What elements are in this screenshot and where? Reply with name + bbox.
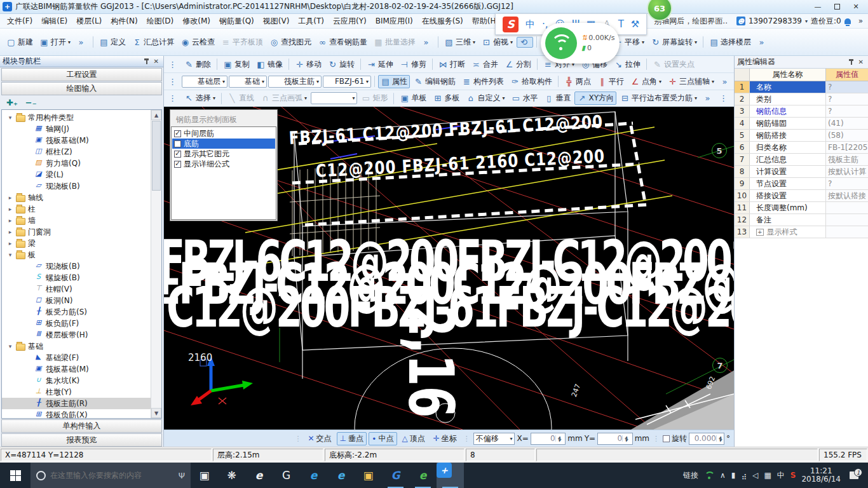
account-area[interactable]: ☻ 13907298339 ▾ 造价豆:0 <box>736 16 851 27</box>
drawing-canvas[interactable]: FBZJ-6C12@200FBZJ-C12@2001000±FBZJ-C12@2… <box>164 107 734 430</box>
trim-button[interactable]: ⊣ 修剪 ▾ <box>397 58 429 71</box>
category-combo[interactable]: 基础 ▾ <box>229 76 267 88</box>
rotate-input[interactable]: ▲▼ <box>689 433 724 445</box>
tree-expander-icon[interactable]: ▸ <box>7 217 13 224</box>
x-offset-field[interactable] <box>531 434 555 443</box>
x-spinner-icons[interactable]: ▲▼ <box>555 435 563 442</box>
menu-item[interactable]: 修改(M) <box>178 15 215 28</box>
toolbar-overflow-4[interactable]: » ▾ <box>718 77 733 86</box>
copy-button[interactable]: ▣ 复制 ▾ <box>220 58 252 71</box>
property-value-cell[interactable]: ? <box>826 105 868 117</box>
property-value-cell[interactable]: ? <box>826 93 868 105</box>
summary-calc-button[interactable]: Σ 汇总计算 ▾ <box>130 36 177 49</box>
new-button[interactable]: ▢ 新建 ▾ <box>4 36 36 49</box>
horizontal-button[interactable]: ▭ 水平 ▾ <box>508 92 540 105</box>
bell-icon[interactable] <box>844 18 851 24</box>
orbit-button[interactable]: ⟲ ▾ <box>517 37 533 48</box>
tree-axis-grid[interactable]: ▦ 轴网(J) <box>2 123 161 135</box>
element-name-combo[interactable]: FBZJ-61 ▾ <box>323 76 371 88</box>
tree-slab-negative-rebar[interactable]: ⊞ 板负筋(F) <box>2 318 161 329</box>
tree-folder-opening[interactable]: ▸ 门窗洞 <box>2 226 161 238</box>
property-close-icon[interactable]: ✕ <box>857 58 865 65</box>
prop-row-class-name[interactable]: 6 归类名称 FB-1[22057 <box>735 142 868 154</box>
check-bottom-rebar[interactable]: 底筋 <box>172 139 275 149</box>
align-slab-top-button[interactable]: ≡ 平齐板顶 ▾ <box>219 36 266 49</box>
network-icon[interactable]: ⣴ <box>741 471 747 480</box>
tree-column-cap[interactable]: ⊤ 柱帽(V) <box>2 283 161 295</box>
tree-raft-negative-rebar[interactable]: ⊞ 筏板负筋(X) <box>2 409 161 419</box>
tree-common-types[interactable]: ▾ 常用构件类型 <box>2 112 161 123</box>
select-floor-button[interactable]: ▤ 选择楼层 ▾ <box>707 36 754 49</box>
tree-scrollbar[interactable]: ▲ ▼ <box>151 110 161 418</box>
minimize-button[interactable]: — <box>808 1 827 13</box>
arc-value-combo[interactable]: ▾ <box>311 92 357 104</box>
tree-expander-icon[interactable]: ▸ <box>7 229 13 235</box>
rotate-button[interactable]: ↻ 旋转 ▾ <box>325 58 357 71</box>
property-value-cell[interactable] <box>826 214 868 226</box>
check-show-other-elements[interactable]: 显示其它图元 <box>172 149 275 159</box>
edit-rebar-button[interactable]: ✎ 编辑钢筋 ▾ <box>411 75 458 88</box>
floor-combo[interactable]: 基础层 ▾ <box>182 76 227 88</box>
tree-cast-slab[interactable]: ▱ 现浇板(B) <box>2 180 161 192</box>
line-button[interactable]: ╲ 直线 ▾ <box>225 92 257 105</box>
three-point-arc-button[interactable]: ∩ 三点画弧 ▾ <box>258 92 309 105</box>
edge-icon[interactable]: e <box>300 463 327 488</box>
collapse-all-icon[interactable]: −₋ <box>25 98 37 107</box>
taskbar-clock[interactable]: 11:21 2018/6/14 <box>801 467 841 484</box>
wifi-speed-overlay[interactable]: ⇅0.00K/s ▮0 <box>541 23 620 64</box>
mirror-button[interactable]: ◧ 镜像 ▾ <box>254 58 285 71</box>
tree-slab-main-rebar[interactable]: ╂ 板受力筋(S) <box>2 306 161 318</box>
vertical-button[interactable]: ▯ 垂直 ▾ <box>541 92 573 105</box>
snap-intersection-button[interactable]: ✕ 交点 <box>305 432 335 445</box>
tree-folder-slab[interactable]: ▾ 板 <box>2 249 161 261</box>
element-list-button[interactable]: ≣ 构件列表 ▾ <box>459 75 506 88</box>
search-input[interactable] <box>50 471 174 480</box>
start-button[interactable] <box>0 463 31 488</box>
scroll-thumb[interactable] <box>152 121 161 191</box>
offset-mode-combo[interactable]: 不偏移 ▾ <box>473 433 515 445</box>
tree-slab-hole[interactable]: ◻ 板洞(N) <box>2 295 161 306</box>
parallel-axis-button[interactable]: ∥ 平行 ▾ <box>595 75 627 88</box>
property-value-cell[interactable]: ? <box>826 81 868 93</box>
delete-button[interactable]: ✎ 删除 ▾ <box>182 58 214 71</box>
property-value-cell[interactable] <box>826 226 868 238</box>
tree-expander-icon[interactable]: ▸ <box>7 206 13 212</box>
menu-item[interactable]: 视图(V) <box>259 15 294 28</box>
sogou-skin-icon[interactable]: T <box>618 18 624 30</box>
property-value-cell[interactable] <box>826 202 868 214</box>
y-offset-input[interactable]: ▲▼ <box>597 433 633 445</box>
snap-midpoint-button[interactable]: ∙ 中点 <box>369 432 397 445</box>
single-slab-button[interactable]: ▣ 单板 ▾ <box>397 92 429 105</box>
menu-item[interactable]: 云应用(Y) <box>329 15 371 28</box>
menu-item[interactable]: 文件(F) <box>3 15 37 28</box>
rectangle-button[interactable]: ▭ 矩形 ▾ <box>358 92 390 105</box>
view-3d-button[interactable]: ▧ 三维 ▾ <box>442 36 478 49</box>
pick-element-button[interactable]: ✑ 拾取构件 ▾ <box>508 75 555 88</box>
tree-cast-slab-2[interactable]: ▱ 现浇板(B) <box>2 261 161 272</box>
notification-button[interactable]: 1 <box>846 471 862 479</box>
file-explorer-icon[interactable]: ▣ <box>355 463 382 488</box>
prop-row-rebar-lap[interactable]: 5 钢筋搭接 (58) <box>735 130 868 142</box>
cloud-check-button[interactable]: ◉ 云检查 ▾ <box>178 36 217 49</box>
property-value-cell[interactable]: (41) <box>826 118 868 129</box>
tree-spiral-slab[interactable]: S 螺旋板(B) <box>2 272 161 283</box>
restore-button[interactable] <box>827 1 846 13</box>
tree-expander-icon[interactable]: ▾ <box>7 252 13 258</box>
check-middle-layer-rebar[interactable]: 中间层筋 <box>172 128 275 139</box>
tree-expander-icon[interactable]: ▸ <box>7 194 13 201</box>
break-button[interactable]: ⋈ 打断 ▾ <box>436 58 468 71</box>
menu-overflow[interactable]: » <box>856 17 865 25</box>
report-preview-button[interactable]: 报表预览 <box>1 433 162 447</box>
select-button[interactable]: ↖ 选择 ▾ <box>182 92 218 105</box>
properties-button[interactable]: ▤ 属性 ▾ <box>378 75 410 88</box>
prop-row-calc-setting[interactable]: 8 计算设置 按默认计算 <box>735 166 868 178</box>
extend-button[interactable]: ⇥ 延伸 ▾ <box>364 58 396 71</box>
element-type-combo[interactable]: 筏板主筋 ▾ <box>268 76 322 88</box>
prop-row-length-adjust[interactable]: 11 长度调整(mm) <box>735 202 868 214</box>
prop-row-name[interactable]: 1 名称 ? <box>735 81 868 93</box>
taskbar-search[interactable]: Ψ <box>31 463 191 488</box>
menu-item[interactable]: BIM应用(I) <box>371 15 417 28</box>
wifi-icon[interactable] <box>704 471 714 479</box>
tree-expander-icon[interactable]: ▾ <box>7 343 13 349</box>
x-offset-input[interactable]: ▲▼ <box>531 433 566 445</box>
